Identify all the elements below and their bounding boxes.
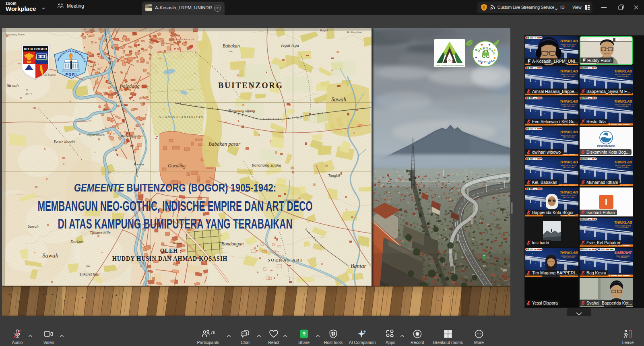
svg-text:Pasir koeda: Pasir koeda: [53, 139, 75, 144]
svg-text:SAEKAHT: SAEKAHT: [614, 251, 632, 255]
svg-text:Moeara: Moeara: [172, 241, 182, 245]
svg-text:Tegal lega: Tegal lega: [281, 43, 299, 47]
svg-text:Sawah: Sawah: [42, 252, 58, 259]
svg-text:PGRI: PGRI: [65, 72, 77, 76]
svg-text:Dinas Perumahan dan Permukiman: Dinas Perumahan dan Permukiman: [436, 64, 464, 66]
svg-text:P I: P I: [484, 61, 487, 64]
svg-text:Babakan: Babakan: [223, 43, 240, 49]
svg-text:Sawah: Sawah: [28, 224, 39, 229]
svg-text:78: 78: [211, 330, 215, 335]
svg-text:Doekoe: Doekoe: [70, 239, 83, 244]
svg-text:Badjong neroes: Badjong neroes: [121, 134, 144, 138]
svg-text:Tangkil: Tangkil: [328, 173, 340, 178]
svg-text:DISKOMINFO: DISKOMINFO: [597, 145, 615, 148]
svg-text:TEMU KARYA RISET: TEMU KARYA RISET: [616, 255, 630, 257]
svg-text:T.: T.: [26, 89, 29, 92]
svg-text:Goedang: Goedang: [168, 163, 186, 169]
svg-text:Stasion Pk en Tk: Stasion Pk en Tk: [175, 38, 194, 41]
svg-text:Baranang sijang: Baranang sijang: [228, 108, 255, 113]
svg-text:S LANDS PLANTENTUIN: S LANDS PLANTENTUIN: [159, 115, 203, 119]
svg-text:KOTA BOGOR: KOTA BOGOR: [24, 47, 47, 51]
svg-text:SOEKAS ARI: SOEKAS ARI: [268, 257, 303, 262]
svg-text:BUITENZORG: BUITENZORG: [218, 81, 283, 90]
svg-text:Bantar: Bantar: [351, 263, 366, 269]
svg-text:Bondongan: Bondongan: [221, 241, 244, 247]
svg-text:Paledang: Paledang: [119, 83, 140, 89]
svg-text:Tjikaret hilir: Tjikaret hilir: [79, 272, 100, 276]
svg-text:257.4: 257.4: [25, 92, 32, 95]
svg-text:Babakan pasar: Babakan pasar: [208, 141, 241, 147]
svg-text:Sawah: Sawah: [7, 83, 19, 88]
svg-text:Poelau: Poelau: [133, 162, 144, 166]
svg-text:GOVERNME: GOVERNME: [619, 257, 628, 259]
svg-text:264: 264: [228, 50, 233, 53]
svg-text:Sampang bator: Sampang bator: [5, 33, 25, 36]
svg-text:Mr. Hospitaal: Mr. Hospitaal: [346, 31, 362, 34]
svg-text:Sawah: Sawah: [331, 97, 346, 103]
svg-text:271: 271: [297, 117, 301, 120]
svg-text:Bijstrelmolen: Bijstrelmolen: [87, 133, 105, 137]
svg-text:280: 280: [86, 265, 90, 268]
svg-text:Baranang sijang: Baranang sijang: [252, 163, 281, 167]
